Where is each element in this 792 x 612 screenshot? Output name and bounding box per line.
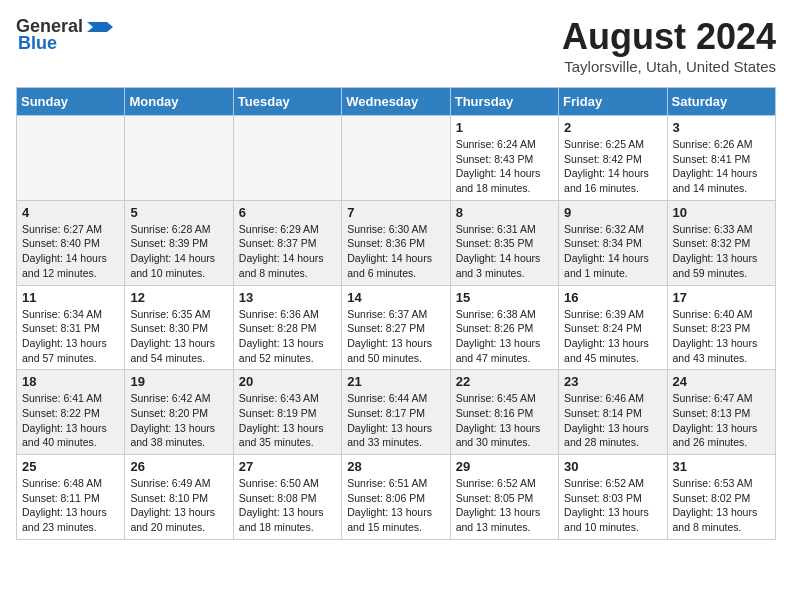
day-number: 18 (22, 374, 119, 389)
calendar-cell (17, 116, 125, 201)
calendar-cell: 30Sunrise: 6:52 AM Sunset: 8:03 PM Dayli… (559, 455, 667, 540)
calendar-cell: 12Sunrise: 6:35 AM Sunset: 8:30 PM Dayli… (125, 285, 233, 370)
day-number: 27 (239, 459, 336, 474)
cell-info: Sunrise: 6:40 AM Sunset: 8:23 PM Dayligh… (673, 307, 770, 366)
calendar-cell: 19Sunrise: 6:42 AM Sunset: 8:20 PM Dayli… (125, 370, 233, 455)
day-number: 1 (456, 120, 553, 135)
day-number: 8 (456, 205, 553, 220)
calendar-cell: 20Sunrise: 6:43 AM Sunset: 8:19 PM Dayli… (233, 370, 341, 455)
cell-info: Sunrise: 6:29 AM Sunset: 8:37 PM Dayligh… (239, 222, 336, 281)
day-number: 29 (456, 459, 553, 474)
calendar-cell: 17Sunrise: 6:40 AM Sunset: 8:23 PM Dayli… (667, 285, 775, 370)
calendar-cell: 26Sunrise: 6:49 AM Sunset: 8:10 PM Dayli… (125, 455, 233, 540)
day-number: 6 (239, 205, 336, 220)
calendar-cell: 24Sunrise: 6:47 AM Sunset: 8:13 PM Dayli… (667, 370, 775, 455)
cell-info: Sunrise: 6:28 AM Sunset: 8:39 PM Dayligh… (130, 222, 227, 281)
day-number: 9 (564, 205, 661, 220)
cell-info: Sunrise: 6:45 AM Sunset: 8:16 PM Dayligh… (456, 391, 553, 450)
day-number: 7 (347, 205, 444, 220)
calendar-cell: 7Sunrise: 6:30 AM Sunset: 8:36 PM Daylig… (342, 200, 450, 285)
calendar-cell: 14Sunrise: 6:37 AM Sunset: 8:27 PM Dayli… (342, 285, 450, 370)
calendar-week-row: 18Sunrise: 6:41 AM Sunset: 8:22 PM Dayli… (17, 370, 776, 455)
calendar-cell: 25Sunrise: 6:48 AM Sunset: 8:11 PM Dayli… (17, 455, 125, 540)
cell-info: Sunrise: 6:46 AM Sunset: 8:14 PM Dayligh… (564, 391, 661, 450)
cell-info: Sunrise: 6:47 AM Sunset: 8:13 PM Dayligh… (673, 391, 770, 450)
cell-info: Sunrise: 6:35 AM Sunset: 8:30 PM Dayligh… (130, 307, 227, 366)
cell-info: Sunrise: 6:52 AM Sunset: 8:03 PM Dayligh… (564, 476, 661, 535)
svg-marker-0 (87, 22, 113, 32)
day-number: 3 (673, 120, 770, 135)
page-header: General Blue August 2024 Taylorsville, U… (16, 16, 776, 75)
calendar-cell: 8Sunrise: 6:31 AM Sunset: 8:35 PM Daylig… (450, 200, 558, 285)
calendar-cell (233, 116, 341, 201)
month-year-title: August 2024 (562, 16, 776, 58)
day-number: 4 (22, 205, 119, 220)
calendar-cell: 4Sunrise: 6:27 AM Sunset: 8:40 PM Daylig… (17, 200, 125, 285)
cell-info: Sunrise: 6:52 AM Sunset: 8:05 PM Dayligh… (456, 476, 553, 535)
calendar-cell: 16Sunrise: 6:39 AM Sunset: 8:24 PM Dayli… (559, 285, 667, 370)
day-number: 26 (130, 459, 227, 474)
day-number: 24 (673, 374, 770, 389)
calendar-week-row: 11Sunrise: 6:34 AM Sunset: 8:31 PM Dayli… (17, 285, 776, 370)
col-header-wednesday: Wednesday (342, 88, 450, 116)
calendar-cell: 22Sunrise: 6:45 AM Sunset: 8:16 PM Dayli… (450, 370, 558, 455)
cell-info: Sunrise: 6:50 AM Sunset: 8:08 PM Dayligh… (239, 476, 336, 535)
day-number: 10 (673, 205, 770, 220)
cell-info: Sunrise: 6:33 AM Sunset: 8:32 PM Dayligh… (673, 222, 770, 281)
cell-info: Sunrise: 6:32 AM Sunset: 8:34 PM Dayligh… (564, 222, 661, 281)
calendar-week-row: 25Sunrise: 6:48 AM Sunset: 8:11 PM Dayli… (17, 455, 776, 540)
calendar-cell: 21Sunrise: 6:44 AM Sunset: 8:17 PM Dayli… (342, 370, 450, 455)
cell-info: Sunrise: 6:37 AM Sunset: 8:27 PM Dayligh… (347, 307, 444, 366)
cell-info: Sunrise: 6:39 AM Sunset: 8:24 PM Dayligh… (564, 307, 661, 366)
day-number: 20 (239, 374, 336, 389)
logo-blue-text: Blue (18, 33, 57, 54)
cell-info: Sunrise: 6:48 AM Sunset: 8:11 PM Dayligh… (22, 476, 119, 535)
day-number: 21 (347, 374, 444, 389)
cell-info: Sunrise: 6:44 AM Sunset: 8:17 PM Dayligh… (347, 391, 444, 450)
cell-info: Sunrise: 6:36 AM Sunset: 8:28 PM Dayligh… (239, 307, 336, 366)
calendar-cell: 27Sunrise: 6:50 AM Sunset: 8:08 PM Dayli… (233, 455, 341, 540)
calendar-cell: 9Sunrise: 6:32 AM Sunset: 8:34 PM Daylig… (559, 200, 667, 285)
day-number: 2 (564, 120, 661, 135)
cell-info: Sunrise: 6:41 AM Sunset: 8:22 PM Dayligh… (22, 391, 119, 450)
calendar-cell: 5Sunrise: 6:28 AM Sunset: 8:39 PM Daylig… (125, 200, 233, 285)
day-number: 28 (347, 459, 444, 474)
col-header-friday: Friday (559, 88, 667, 116)
calendar-week-row: 4Sunrise: 6:27 AM Sunset: 8:40 PM Daylig… (17, 200, 776, 285)
calendar-cell: 10Sunrise: 6:33 AM Sunset: 8:32 PM Dayli… (667, 200, 775, 285)
logo-arrow-icon (85, 18, 115, 36)
calendar-cell: 23Sunrise: 6:46 AM Sunset: 8:14 PM Dayli… (559, 370, 667, 455)
calendar-cell: 6Sunrise: 6:29 AM Sunset: 8:37 PM Daylig… (233, 200, 341, 285)
cell-info: Sunrise: 6:38 AM Sunset: 8:26 PM Dayligh… (456, 307, 553, 366)
cell-info: Sunrise: 6:27 AM Sunset: 8:40 PM Dayligh… (22, 222, 119, 281)
col-header-monday: Monday (125, 88, 233, 116)
calendar-cell (342, 116, 450, 201)
title-block: August 2024 Taylorsville, Utah, United S… (562, 16, 776, 75)
day-number: 30 (564, 459, 661, 474)
day-number: 11 (22, 290, 119, 305)
calendar-cell: 3Sunrise: 6:26 AM Sunset: 8:41 PM Daylig… (667, 116, 775, 201)
cell-info: Sunrise: 6:30 AM Sunset: 8:36 PM Dayligh… (347, 222, 444, 281)
day-number: 13 (239, 290, 336, 305)
calendar-cell: 28Sunrise: 6:51 AM Sunset: 8:06 PM Dayli… (342, 455, 450, 540)
cell-info: Sunrise: 6:42 AM Sunset: 8:20 PM Dayligh… (130, 391, 227, 450)
cell-info: Sunrise: 6:53 AM Sunset: 8:02 PM Dayligh… (673, 476, 770, 535)
day-number: 19 (130, 374, 227, 389)
col-header-thursday: Thursday (450, 88, 558, 116)
day-number: 15 (456, 290, 553, 305)
location-subtitle: Taylorsville, Utah, United States (562, 58, 776, 75)
day-number: 31 (673, 459, 770, 474)
calendar-cell: 13Sunrise: 6:36 AM Sunset: 8:28 PM Dayli… (233, 285, 341, 370)
cell-info: Sunrise: 6:49 AM Sunset: 8:10 PM Dayligh… (130, 476, 227, 535)
cell-info: Sunrise: 6:34 AM Sunset: 8:31 PM Dayligh… (22, 307, 119, 366)
col-header-sunday: Sunday (17, 88, 125, 116)
day-number: 14 (347, 290, 444, 305)
day-number: 16 (564, 290, 661, 305)
calendar-table: SundayMondayTuesdayWednesdayThursdayFrid… (16, 87, 776, 540)
day-number: 25 (22, 459, 119, 474)
day-number: 22 (456, 374, 553, 389)
calendar-cell: 11Sunrise: 6:34 AM Sunset: 8:31 PM Dayli… (17, 285, 125, 370)
day-number: 12 (130, 290, 227, 305)
day-number: 17 (673, 290, 770, 305)
col-header-saturday: Saturday (667, 88, 775, 116)
